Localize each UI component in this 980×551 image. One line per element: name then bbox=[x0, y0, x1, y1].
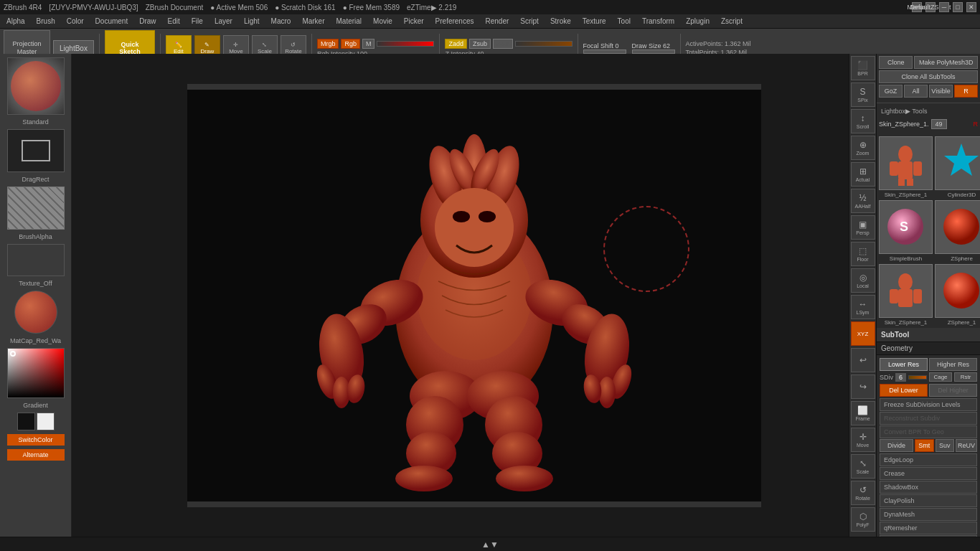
lsym-button[interactable]: ↔ LSym bbox=[851, 295, 875, 319]
menu-picker[interactable]: Picker bbox=[401, 17, 427, 26]
mesh-item-6[interactable]: ZSphere_1 bbox=[935, 264, 980, 326]
menu-edit[interactable]: Edit bbox=[165, 17, 183, 26]
zcut-button[interactable]: Zcut bbox=[493, 39, 513, 49]
minimize-button[interactable]: ─ bbox=[939, 2, 949, 12]
mesh-item-3[interactable]: S SimpleBrush bbox=[879, 200, 933, 262]
switch-color-button[interactable]: SwitchColor bbox=[7, 434, 65, 446]
edge-loop-button[interactable]: EdgeLoop bbox=[880, 453, 977, 466]
zadd-button[interactable]: Zadd bbox=[445, 39, 467, 49]
del-higher-button[interactable]: Del Higher bbox=[929, 384, 977, 397]
scroll-button[interactable]: ↕ Scroll bbox=[851, 109, 875, 133]
reuv-button[interactable]: ReUV bbox=[956, 439, 977, 452]
move-vt-button[interactable]: ✛ Move bbox=[851, 428, 875, 452]
actual-button[interactable]: ⊞ Actual bbox=[851, 162, 875, 187]
zoom-button[interactable]: ⊕ Zoom bbox=[851, 136, 875, 160]
lower-res-button[interactable]: Lower Res bbox=[880, 358, 928, 371]
q-remesher-button[interactable]: qRemesher bbox=[880, 522, 977, 534]
maximize-button[interactable]: □ bbox=[953, 2, 963, 12]
frame-button[interactable]: ⬜ Frame bbox=[851, 401, 875, 425]
menu-material[interactable]: Material bbox=[334, 17, 365, 26]
menu-preferences[interactable]: Preferences bbox=[433, 17, 477, 26]
m-button[interactable]: M bbox=[362, 39, 375, 49]
clay-polish-button[interactable]: ClayPolish bbox=[880, 494, 977, 507]
crease-button[interactable]: Crease bbox=[880, 467, 977, 480]
material-sphere[interactable] bbox=[14, 291, 57, 334]
lightbox-tools-label[interactable]: Lightbox▶ Tools bbox=[877, 105, 980, 117]
sdiv-slider[interactable] bbox=[908, 375, 927, 380]
higher-res-button[interactable]: Higher Res bbox=[929, 358, 977, 371]
menu-alpha[interactable]: Alpha bbox=[4, 17, 28, 26]
menu-color[interactable]: Color bbox=[64, 17, 87, 26]
texture-button[interactable] bbox=[7, 244, 65, 276]
zsub-button[interactable]: Zsub bbox=[469, 39, 491, 49]
menu-zscript[interactable]: Zscript bbox=[718, 17, 745, 26]
menu-brush[interactable]: Brush bbox=[34, 17, 58, 26]
swatch-white[interactable] bbox=[37, 413, 55, 430]
clone-button[interactable]: Clone bbox=[879, 56, 913, 69]
spix-button[interactable]: S SPix bbox=[851, 83, 875, 107]
suv-button[interactable]: Suv bbox=[936, 439, 955, 452]
shadow-box-button[interactable]: ShadowBox bbox=[880, 481, 977, 494]
rgb-slider[interactable] bbox=[377, 41, 434, 47]
mrgb-button[interactable]: Mrgb bbox=[317, 39, 339, 49]
menu-script[interactable]: Script bbox=[517, 17, 542, 26]
rstr-button[interactable]: Rstr bbox=[954, 372, 977, 382]
status-arrow-down[interactable]: ▼ bbox=[490, 540, 499, 550]
menu-marker[interactable]: Marker bbox=[299, 17, 327, 26]
clone-all-button[interactable]: Clone All SubTools bbox=[879, 70, 978, 83]
menu-layer[interactable]: Layer bbox=[212, 17, 235, 26]
menu-file[interactable]: File bbox=[189, 17, 206, 26]
convert-bpr-button[interactable]: Convert BPR To Geo bbox=[880, 425, 977, 438]
subtool-header[interactable]: SubTool bbox=[877, 328, 980, 342]
menu-movie[interactable]: Movie bbox=[370, 17, 395, 26]
menu-light[interactable]: Light bbox=[241, 17, 263, 26]
script-button[interactable]: DefaultZScript bbox=[925, 2, 936, 12]
dyna-mesh-button[interactable]: DynaMesh bbox=[880, 508, 977, 521]
del-lower-button[interactable]: Del Lower bbox=[880, 384, 928, 397]
mesh-item-4[interactable]: ZSphere bbox=[935, 200, 980, 262]
menu-render[interactable]: Render bbox=[483, 17, 512, 26]
polyf-button[interactable]: ⬡ PolyF bbox=[851, 507, 875, 532]
menu-zplugin[interactable]: Zplugin bbox=[683, 17, 712, 26]
z-slider[interactable] bbox=[515, 41, 573, 47]
canvas-inner[interactable] bbox=[187, 84, 761, 507]
goz-button[interactable]: GoZ bbox=[879, 85, 903, 98]
scale-vt-button[interactable]: ⤡ Scale bbox=[851, 454, 875, 479]
brush-preview[interactable] bbox=[7, 57, 65, 115]
make-polymesh-button[interactable]: Make PolyMesh3D bbox=[914, 56, 978, 69]
divide-button[interactable]: Divide bbox=[880, 439, 913, 452]
rgb-button[interactable]: Rgb bbox=[341, 39, 360, 49]
mesh-item-5[interactable]: Skin_ZSphere_1 bbox=[879, 264, 933, 326]
brush-alpha-button[interactable] bbox=[7, 187, 65, 230]
local-button[interactable]: ◎ Local bbox=[851, 268, 875, 293]
swatch-black[interactable] bbox=[17, 413, 35, 430]
status-arrow-up[interactable]: ▲ bbox=[481, 540, 490, 550]
bpr-button[interactable]: ⬛ BPR bbox=[851, 56, 875, 80]
menu-document[interactable]: Document bbox=[93, 17, 131, 26]
aahalf-button[interactable]: ½ AAHalf bbox=[851, 189, 875, 213]
menu-macro[interactable]: Macro bbox=[268, 17, 294, 26]
cage-button[interactable]: Cage bbox=[929, 372, 952, 382]
drag-rect-button[interactable] bbox=[7, 129, 65, 172]
freeze-button[interactable]: Freeze SubDivision Levels bbox=[880, 398, 977, 411]
menu-transform[interactable]: Transform bbox=[639, 17, 677, 26]
xyz-button[interactable]: XYZ bbox=[851, 321, 875, 346]
color-picker[interactable] bbox=[7, 348, 65, 398]
menu-draw[interactable]: Draw bbox=[136, 17, 159, 26]
smt-button[interactable]: Smt bbox=[915, 439, 934, 452]
alternate-button[interactable]: Alternate bbox=[7, 449, 65, 461]
mesh-item-1[interactable]: Skin_ZSphere_1 bbox=[879, 136, 933, 198]
menu-stroke[interactable]: Stroke bbox=[547, 17, 574, 26]
r-button[interactable]: R bbox=[954, 85, 978, 98]
geometry-header[interactable]: Geometry bbox=[877, 342, 980, 355]
persp-button[interactable]: ▣ Persp bbox=[851, 215, 875, 240]
floor-button[interactable]: ⬚ Floor bbox=[851, 242, 875, 266]
reconstruct-button[interactable]: Reconstruct Subdiv bbox=[880, 412, 977, 425]
menu-tool[interactable]: Tool bbox=[615, 17, 633, 26]
redo-button[interactable]: ↪ bbox=[851, 375, 875, 399]
visible-button[interactable]: Visible bbox=[929, 85, 953, 98]
menu-texture[interactable]: Texture bbox=[580, 17, 609, 26]
close-button[interactable]: ✕ bbox=[966, 2, 976, 12]
rotate-vt-button[interactable]: ↺ Rotate bbox=[851, 481, 875, 505]
undo-button[interactable]: ↩ bbox=[851, 348, 875, 372]
